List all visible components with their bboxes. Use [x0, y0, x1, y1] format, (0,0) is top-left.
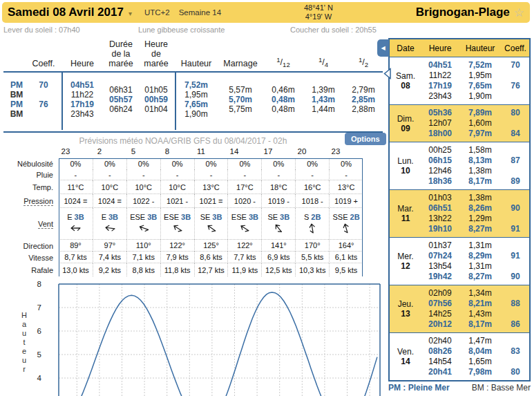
tide-time: 04h51	[60, 80, 104, 90]
nebulosite-value: 0%	[93, 158, 126, 169]
vent-dir: E	[102, 213, 106, 221]
rafale-value: 9,5 kts	[329, 263, 363, 276]
vent-text: E3B	[102, 213, 118, 221]
pression-tooltip-link[interactable]: Pression	[23, 197, 53, 206]
sidebar-day-dim-09[interactable]: Dim.09 05h367,89m80 12h071,60m 18h007,97…	[390, 104, 529, 142]
rafale-value: 13,0 kts	[59, 263, 93, 276]
sidebar-day-mer-12[interactable]: Mer.12 01h371,31m 07h248,29m91 13h541,31…	[390, 237, 529, 285]
vent-tooltip-link[interactable]: Vent	[38, 220, 53, 229]
wind-direction-arrow	[103, 221, 117, 235]
sidebar-day-lun-10[interactable]: Lun.10 00h251,58m 06h158,13m87 12h461,38…	[390, 142, 529, 189]
sidebar-day-ven-14[interactable]: Ven.14 02h401,47m 08h268,04m83 14h541,65…	[390, 332, 529, 380]
tide-time: 00h25	[421, 145, 459, 155]
table-divider	[175, 73, 176, 130]
temp-value: 10°C	[126, 180, 160, 194]
current-day-pointer-icon	[383, 68, 391, 79]
vent-cell: ESE3B	[160, 208, 194, 240]
day-name: Mar.	[397, 204, 413, 214]
tide-coeff	[502, 214, 529, 224]
tide-coeff: 90	[502, 203, 529, 214]
hour-tick: 8	[157, 147, 178, 155]
tide-coeff: 70	[27, 80, 60, 90]
vent-cell: ESE3B	[227, 208, 261, 240]
tide-type: PM	[6, 80, 27, 90]
tide-height: 8,29m	[459, 251, 502, 261]
tide-height: 7,52m	[459, 60, 502, 70]
sidebar-header-coeff: Coeff.	[502, 44, 529, 53]
date-selector[interactable]: Samedi 08 Avril 2017	[8, 6, 124, 19]
vent-cell: S2B	[295, 208, 329, 240]
vent-force: 3B	[108, 213, 118, 221]
direction-value: 170°	[295, 240, 329, 252]
tide-time: 19h42	[421, 272, 459, 282]
vent-dir: E	[67, 213, 72, 221]
wind-direction-arrow	[305, 221, 320, 236]
place-name[interactable]: Brignogan-Plage	[416, 6, 510, 19]
tide-frac-12: 2,79m	[343, 85, 383, 95]
longitude: 4°19' W	[305, 12, 332, 21]
tide-height: 8,17m	[459, 176, 502, 187]
tide-time: 13h22	[421, 214, 459, 224]
day-number: 12	[401, 261, 410, 271]
tide-time: 04h51	[421, 60, 459, 70]
vitesse-value: 6,1 kts	[329, 252, 363, 263]
day-name: Dim.	[397, 114, 415, 124]
caret-down-icon[interactable]: ▾	[129, 10, 132, 17]
tide-coeff: 91	[502, 224, 529, 234]
direction-value: 125°	[194, 240, 228, 252]
pluie-value: -	[329, 169, 363, 180]
vent-force: 3B	[147, 213, 157, 221]
tide-height: 1,58m	[459, 145, 502, 155]
wind-direction-arrow	[69, 222, 82, 234]
pluie-value: -	[194, 169, 228, 180]
col-header-hauteur: Hauteur	[175, 59, 218, 70]
tide-frac-112: 0,46m	[263, 85, 303, 95]
hour-tick: 5	[123, 147, 144, 155]
vent-text: SSE2B	[333, 213, 360, 221]
tide-height: 7,89m	[459, 108, 502, 118]
tide-hour-rule: 01h04	[137, 104, 175, 114]
tide-frac-14: 1,43m	[303, 95, 343, 104]
tide-time: 01h03	[421, 193, 459, 203]
chart-y-tick-label: 4	[37, 374, 42, 382]
vent-force: 3B	[75, 213, 84, 221]
col-header-heure-maree-text: Heure de marée	[141, 39, 171, 68]
options-button[interactable]: Options	[345, 133, 386, 145]
tide-coeff: 87	[502, 155, 529, 166]
row-label-direction: Direction	[3, 240, 59, 252]
tide-coeff: 76	[502, 81, 529, 91]
row-label-nebulosite: Nébulosité	[3, 158, 59, 169]
favorite-star-icon[interactable]: ☆	[514, 7, 524, 19]
tide-coeff: 76	[27, 100, 60, 109]
row-label-rafale: Rafale	[3, 263, 59, 276]
wind-direction-arrow	[169, 220, 186, 237]
table-rule-bottom	[3, 131, 383, 133]
wind-direction-arrow	[135, 220, 151, 236]
tide-coeff: 89	[502, 176, 529, 187]
vent-cell: E3B	[93, 208, 126, 240]
tide-time: 13h54	[421, 261, 459, 272]
tide-coeff	[502, 70, 529, 81]
sidebar-collapse-button[interactable]: ◀	[377, 39, 389, 57]
tide-frac-12: 2,88m	[343, 104, 383, 114]
sidebar-day-sam-08[interactable]: Sam.08 04h517,52m70 11h221,95m 17h197,65…	[390, 57, 529, 104]
direction-value: 97°	[93, 240, 126, 252]
sunset-label: Coucher du soleil : 20h55	[290, 26, 377, 34]
tide-height: 1,65m	[459, 357, 502, 367]
direction-value: 110°	[126, 240, 160, 252]
week-tide-sidebar: Date Heure Hauteur Coeff. Sam.08 04h517,…	[388, 38, 531, 381]
tide-frac-14: 1,44m	[303, 104, 343, 114]
tide-height: 8,27m	[459, 224, 502, 234]
tide-time: 14h54	[421, 357, 459, 367]
week-label: Semaine 14	[179, 8, 221, 17]
sidebar-day-jeu-13[interactable]: Jeu.13 02h091,34m 07h568,21m88 14h251,43…	[390, 285, 529, 332]
nebulosite-value: 0%	[329, 158, 363, 169]
sidebar-day-mar-11[interactable]: Mar.11 01h031,38m 06h518,26m90 13h221,29…	[390, 189, 529, 237]
rafale-value: 12,7 kts	[194, 263, 228, 276]
tide-time: 17h19	[421, 81, 459, 91]
coordinates: 48°41' N 4°19' W	[304, 3, 333, 21]
tide-time: 07h56	[421, 299, 459, 309]
hour-tick: 2	[89, 147, 110, 155]
sidebar-header-date: Date	[390, 44, 421, 53]
chart-y-axis-label: H a u t e u r	[20, 311, 28, 374]
